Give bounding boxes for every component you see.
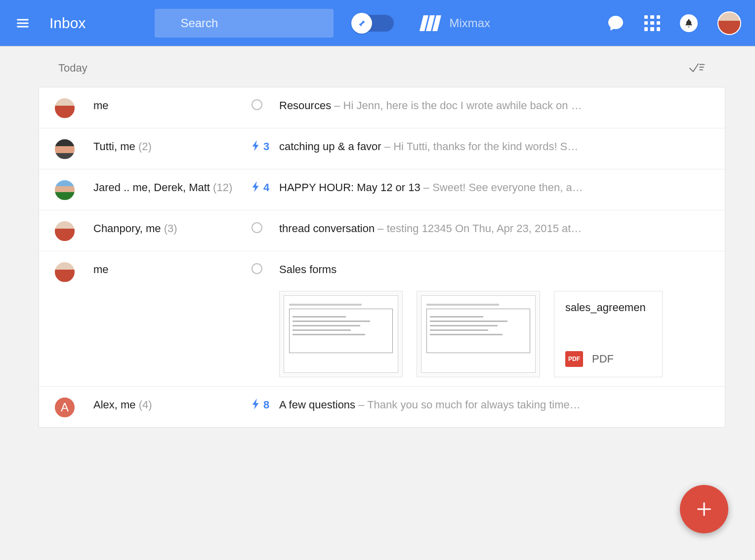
sender-name: me — [93, 99, 109, 112]
unread-indicator-icon — [252, 99, 262, 110]
sender-avatar — [54, 97, 76, 119]
unread-indicator-icon — [252, 222, 262, 233]
pin-icon — [357, 18, 367, 28]
snippet: – Hi Jenn, here is the doc I wrote awhil… — [331, 99, 582, 112]
attachment-type-label: PDF — [592, 353, 614, 365]
attachment-preview[interactable] — [279, 291, 403, 377]
main-content: Today me Resources – Hi Jenn, here is th… — [0, 46, 755, 428]
thread-list: me Resources – Hi Jenn, here is the doc … — [39, 87, 725, 428]
pin-toggle[interactable] — [353, 15, 394, 32]
subject: catching up & a favor — [279, 140, 381, 153]
sweep-icon — [688, 60, 706, 74]
subject-line: thread conversation – testing 12345 On T… — [279, 222, 713, 235]
snippet: – Thank you so much for always taking ti… — [355, 399, 581, 411]
hamburger-icon — [16, 16, 30, 30]
attachment-filename: sales_agreemen — [565, 301, 651, 314]
snippet: – Sweet! See everyone then, a… — [420, 181, 583, 194]
thread-row[interactable]: A Alex, me (4) 8 A few questions – Thank… — [39, 387, 725, 427]
plus-icon — [695, 500, 713, 518]
bolt-count: 4 — [263, 181, 269, 194]
subject: Sales forms — [279, 263, 336, 276]
bolt-count: 8 — [263, 399, 269, 411]
pdf-badge-icon: PDF — [565, 351, 583, 367]
mixmax-logo-icon — [421, 15, 441, 31]
snippet: – Hi Tutti, thanks for the kind words! S… — [381, 140, 579, 153]
subject: A few questions — [279, 399, 355, 411]
sweep-button[interactable] — [688, 60, 706, 76]
search-box[interactable] — [155, 9, 334, 38]
account-avatar[interactable] — [717, 11, 741, 35]
chat-button[interactable] — [607, 14, 625, 32]
sender-name: Alex, me (4) — [93, 399, 152, 411]
unread-indicator-icon — [252, 263, 262, 274]
sender-name: Jared .. me, Derek, Matt (12) — [93, 181, 232, 194]
pin-toggle-knob — [351, 13, 372, 34]
sender-avatar — [54, 179, 76, 201]
menu-button[interactable] — [14, 14, 32, 32]
sender-avatar: A — [54, 397, 76, 418]
subject-line: Resources – Hi Jenn, here is the doc I w… — [279, 99, 713, 112]
apps-button[interactable] — [644, 15, 660, 31]
sender-avatar — [54, 138, 76, 160]
bolt-icon — [252, 181, 260, 194]
document-thumbnail-icon — [284, 295, 398, 373]
subject-line: A few questions – Thank you so much for … — [279, 399, 713, 411]
chat-icon — [607, 14, 625, 32]
subject: HAPPY HOUR: May 12 or 13 — [279, 181, 420, 194]
sender-avatar — [54, 220, 76, 242]
subject-line: catching up & a favor – Hi Tutti, thanks… — [279, 140, 713, 153]
sender-name: Tutti, me (2) — [93, 140, 152, 153]
thread-row[interactable]: Tutti, me (2) 3 catching up & a favor – … — [39, 128, 725, 169]
subject: thread conversation — [279, 222, 375, 235]
snippet: – testing 12345 On Thu, Apr 23, 2015 at… — [375, 222, 582, 235]
mixmax-label: Mixmax — [449, 16, 490, 30]
bolt-icon — [252, 399, 260, 411]
app-title: Inbox — [49, 15, 85, 32]
bell-icon — [684, 18, 694, 28]
subject: Resources — [279, 99, 331, 112]
section-title: Today — [58, 62, 87, 75]
thread-row[interactable]: me Sales forms — [39, 251, 725, 387]
attachments-row: sales_agreemen PDF PDF — [279, 291, 713, 377]
compose-button[interactable] — [680, 485, 728, 533]
attachment-preview[interactable] — [417, 291, 540, 377]
attachment-file[interactable]: sales_agreemen PDF PDF — [554, 291, 663, 377]
subject-line: HAPPY HOUR: May 12 or 13 – Sweet! See ev… — [279, 181, 713, 194]
bolt-icon — [252, 140, 260, 153]
search-input[interactable] — [180, 16, 328, 30]
document-thumbnail-icon — [421, 295, 536, 373]
notifications-button[interactable] — [680, 14, 698, 32]
sender-name: me — [93, 263, 109, 276]
thread-row[interactable]: Chanpory, me (3) thread conversation – t… — [39, 210, 725, 251]
sender-avatar — [54, 261, 76, 283]
mixmax-extension[interactable]: Mixmax — [421, 15, 490, 31]
subject-line: Sales forms — [279, 263, 713, 276]
thread-row[interactable]: me Resources – Hi Jenn, here is the doc … — [39, 87, 725, 128]
section-header: Today — [39, 46, 725, 87]
app-header: Inbox Mixmax — [0, 0, 755, 46]
thread-row[interactable]: Jared .. me, Derek, Matt (12) 4 HAPPY HO… — [39, 169, 725, 210]
sender-name: Chanpory, me (3) — [93, 222, 177, 235]
bolt-count: 3 — [263, 140, 269, 153]
